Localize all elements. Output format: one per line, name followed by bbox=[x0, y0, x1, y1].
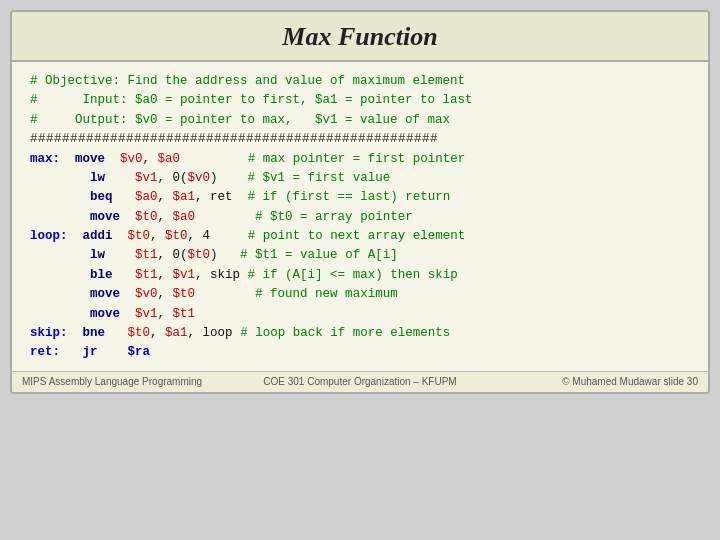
code-line-lw2: lw $t1, 0($t0) # $t1 = value of A[i] bbox=[30, 248, 398, 262]
footer-center: COE 301 Computer Organization – KFUPM bbox=[247, 376, 472, 387]
hash-line: ########################################… bbox=[30, 132, 438, 146]
slide-content: # Objective: Find the address and value … bbox=[12, 62, 708, 371]
code-line-max-move: max: move $v0, $a0 # max pointer = first… bbox=[30, 152, 465, 166]
code-line-ble: ble $t1, $v1, skip # if (A[i] <= max) th… bbox=[30, 268, 458, 282]
slide-container: Max Function # Objective: Find the addre… bbox=[10, 10, 710, 394]
code-line-move-v0: move $v0, $t0 # found new maximum bbox=[30, 287, 398, 301]
code-line-move-v1: move $v1, $t1 bbox=[30, 307, 195, 321]
code-line-beq: beq $a0, $a1, ret # if (first == last) r… bbox=[30, 190, 450, 204]
slide-footer: MIPS Assembly Language Programming COE 3… bbox=[12, 371, 708, 392]
slide-title: Max Function bbox=[12, 12, 708, 62]
code-line-skip-bne: skip: bne $t0, $a1, loop # loop back if … bbox=[30, 326, 450, 340]
comment-line3: # Output: $v0 = pointer to max, $v1 = va… bbox=[30, 113, 450, 127]
code-line-loop-addi: loop: addi $t0, $t0, 4 # point to next a… bbox=[30, 229, 465, 243]
code-line-move-t0: move $t0, $a0 # $t0 = array pointer bbox=[30, 210, 413, 224]
footer-left: MIPS Assembly Language Programming bbox=[22, 376, 247, 387]
code-block: # Objective: Find the address and value … bbox=[30, 72, 690, 363]
comment-line1: # Objective: Find the address and value … bbox=[30, 74, 465, 88]
code-line-lw1: lw $v1, 0($v0) # $v1 = first value bbox=[30, 171, 390, 185]
comment-line2: # Input: $a0 = pointer to first, $a1 = p… bbox=[30, 93, 473, 107]
footer-right: © Muhamed Mudawar slide 30 bbox=[473, 376, 698, 387]
code-line-ret-jr: ret: jr $ra bbox=[30, 345, 150, 359]
